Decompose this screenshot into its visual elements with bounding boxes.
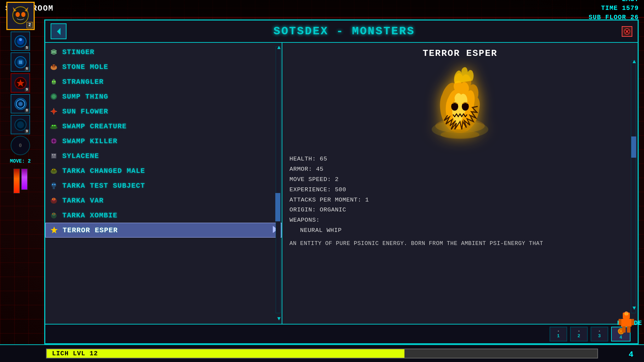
skill-badge-6: 0 — [19, 143, 22, 148]
detail-scrollbar-thumb[interactable] — [631, 136, 636, 158]
monster-icon-swamp-killer — [49, 136, 59, 146]
stat-armor: ARMOR: 45 — [289, 164, 631, 175]
svg-point-60 — [441, 130, 479, 139]
skill-slot-4[interactable]: 8 — [11, 94, 30, 113]
stat-health: HEALTH: 65 — [289, 154, 631, 164]
monster-name-tarka-changed-male: TARKA CHANGED MALE — [62, 167, 145, 175]
svg-point-49 — [54, 199, 56, 200]
list-scrollbar-thumb[interactable] — [275, 193, 280, 221]
svg-rect-66 — [631, 319, 634, 325]
scroll-up-arrow[interactable]: ▲ — [277, 45, 281, 51]
detail-scrollbar[interactable] — [631, 60, 636, 313]
svg-point-48 — [52, 199, 53, 200]
monster-row-tarka-changed-male[interactable]: TARKA CHANGED MALE — [45, 163, 282, 178]
svg-point-2 — [21, 12, 25, 17]
svg-point-69 — [625, 313, 626, 315]
energy-bar — [21, 169, 28, 190]
monster-name-swamp-creature: SWAMP CREATURE — [62, 122, 127, 130]
svg-rect-65 — [619, 319, 621, 325]
monster-name-tarka-var: TARKA VAR — [62, 197, 104, 205]
svg-rect-67 — [622, 326, 626, 333]
stat-weapon1: NEURAL WHIP — [289, 226, 631, 236]
skill-slot-5[interactable]: 9 — [11, 115, 30, 134]
monster-row-swamp-killer[interactable]: SWAMP KILLER — [45, 134, 282, 148]
bottom-xp-bar: LICH LVL 12 — [0, 344, 644, 362]
skill-slot-3[interactable]: 9 — [11, 73, 30, 93]
svg-rect-43 — [53, 187, 55, 189]
skill-slot-2[interactable]: 6 — [11, 52, 30, 72]
slot-icon-1: ▪ — [557, 329, 560, 333]
monster-row-tarka-var[interactable]: TARKA VAR — [45, 193, 282, 208]
stat-origin: ORIGIN: ORGANIC — [289, 205, 631, 215]
action-slot-1[interactable]: ▪ 1 — [550, 327, 567, 341]
svg-point-23 — [52, 65, 53, 66]
monster-name-sun-flower: SUN FLOWER — [62, 107, 108, 116]
skill-slot-6[interactable]: 0 — [11, 136, 30, 155]
monster-list[interactable]: STINGER STONE MOLE STRANGLER — [45, 43, 282, 324]
monster-row-stinger[interactable]: STINGER — [45, 45, 282, 59]
svg-marker-54 — [51, 227, 58, 233]
detail-description: AN ENTITY OF PURE PSIONIC ENERGY. BORN F… — [289, 239, 631, 248]
monster-icon-strangler — [49, 77, 59, 87]
monster-row-stone-mole[interactable]: STONE MOLE — [45, 59, 282, 74]
stat-attacks: ATTACKS PER MOMENT: 1 — [289, 195, 631, 205]
detail-scroll-up[interactable]: ▲ — [632, 59, 636, 65]
monster-icon-sump-thing — [49, 92, 59, 101]
monster-icon-tarka-var — [49, 195, 59, 205]
action-slot-2[interactable]: ▪ 2 — [570, 327, 588, 341]
back-button[interactable] — [51, 23, 67, 39]
slot-icon-2: ▪ — [578, 329, 580, 333]
svg-point-40 — [52, 169, 53, 170]
xp-bar: LICH LVL 12 — [46, 349, 598, 358]
monster-name-sump-thing: SUMP THING — [62, 93, 108, 101]
monster-name-terror-esper: TERROR ESPER — [63, 226, 118, 234]
svg-point-28 — [52, 110, 56, 113]
monster-name-tarka-xombie: TARKA XOMBIE — [62, 211, 117, 220]
monster-name-sylacene: SYLACENE — [62, 152, 99, 160]
monster-icon-terror-esper — [49, 225, 59, 235]
monster-row-sump-thing[interactable]: SUMP THING — [45, 89, 282, 104]
svg-point-5 — [19, 38, 22, 41]
skill-badge-5: 9 — [25, 129, 29, 133]
skill-badge-4: 8 — [25, 109, 29, 112]
monster-icon-tarka-changed-male — [49, 166, 59, 176]
xp-bar-fill — [47, 349, 404, 358]
svg-rect-64 — [621, 319, 632, 327]
svg-rect-68 — [627, 326, 631, 333]
move-label: MOVE: 2 — [10, 157, 31, 166]
monster-row-tarka-xombie[interactable]: TARKA XOMBIE — [45, 208, 282, 223]
panel-body: STINGER STONE MOLE STRANGLER — [45, 43, 638, 324]
main-panel: SOTSDEX - MONSTERS STINGER — [44, 19, 639, 344]
scroll-down-arrow[interactable]: ▼ — [277, 316, 281, 322]
close-button[interactable] — [622, 26, 632, 37]
top-bar: STOREROOM EASY TIME 1579 SUB FLOOR 26 — [0, 0, 644, 18]
monster-icon-sylacene — [49, 151, 59, 161]
skill-slot-1[interactable]: 5 — [11, 31, 30, 51]
svg-point-31 — [54, 125, 56, 126]
player-avatar[interactable]: 2 — [6, 2, 35, 30]
monster-row-tarka-test-subject[interactable]: TARKA TEST SUBJECT — [45, 178, 282, 193]
monster-row-terror-esper[interactable]: TERROR ESPER — [45, 223, 282, 238]
list-scrollbar[interactable] — [276, 46, 281, 313]
monster-icon-sun-flower — [49, 106, 59, 116]
xp-bar-label: LICH LVL 12 — [52, 350, 98, 357]
action-slot-3[interactable]: ▪ 3 — [591, 327, 608, 341]
stat-experience: EXPERIENCE: 500 — [289, 185, 631, 195]
monster-row-sylacene[interactable]: SYLACENE — [45, 148, 282, 163]
svg-point-30 — [52, 125, 53, 126]
monster-detail-panel: TERROR ESPER — [282, 43, 638, 324]
svg-point-42 — [51, 182, 56, 187]
monster-row-strangler[interactable]: STRANGLER — [45, 74, 282, 89]
stat-move-speed: MOVE SPEED: 2 — [289, 175, 631, 185]
svg-point-25 — [52, 81, 53, 82]
svg-rect-34 — [51, 153, 56, 158]
monster-row-swamp-creature[interactable]: SWAMP CREATURE — [45, 119, 282, 134]
avatar-badge: 2 — [27, 22, 33, 28]
monster-name-stone-mole: STONE MOLE — [62, 63, 108, 71]
slot-label-2: 2 — [577, 333, 580, 339]
svg-point-33 — [53, 140, 55, 142]
monster-portrait — [289, 62, 631, 151]
time-label: TIME 1579 — [588, 4, 639, 13]
monster-row-sun-flower[interactable]: SUN FLOWER — [45, 104, 282, 119]
svg-point-39 — [52, 168, 56, 172]
